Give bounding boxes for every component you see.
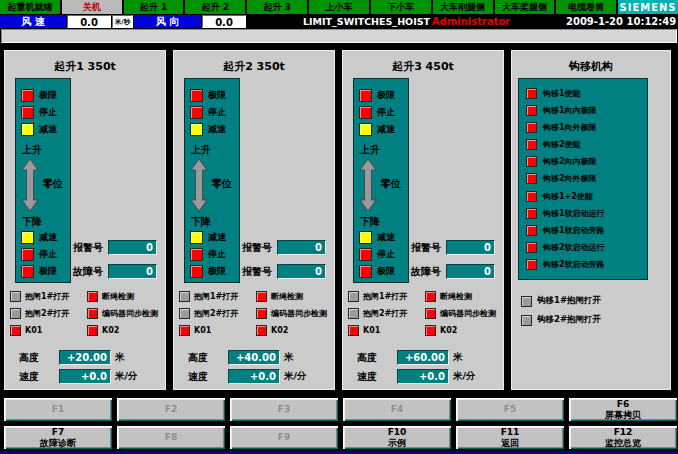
k02-led <box>256 325 267 336</box>
measurements: 高度+40.00米 速度+0.0米/分 <box>188 350 306 388</box>
hook-brake-status: 钩移1#抱闸打开 钩移2#抱闸打开 <box>521 295 601 333</box>
up-stop-led <box>359 106 372 119</box>
alarm-number-row: 报警号 0 <box>411 240 495 255</box>
hook2-softstart-run-led <box>526 242 537 253</box>
f10-example-button[interactable]: F10示例 <box>342 425 452 450</box>
down-label: 下降 <box>22 215 42 229</box>
f6-screen-copy-button[interactable]: F6屏幕拷贝 <box>568 397 678 422</box>
f3-button: F3 <box>229 397 339 422</box>
measurements: 高度+60.00米 速度+0.0米/分 <box>357 350 475 388</box>
menu-hoist-1[interactable]: 起升 1 <box>124 0 184 14</box>
wind-speed-label: 风 速 <box>0 15 66 28</box>
down-limit-led <box>21 265 34 278</box>
hmi-screen: 起重机就绪 关机 起升 1 起升 2 起升 3 上小车 下小车 大车刚腿侧 大车… <box>0 0 678 454</box>
rope-break-led <box>425 291 436 302</box>
down-stop-led <box>190 248 203 261</box>
hoist-panel-3: 起升3 450t 极限 停止 减速 上升 零位 下降 减速 停止 极限 报警号 … <box>342 50 504 390</box>
alarm-number-row: 报警号 0 <box>242 240 326 255</box>
menu-cable-reel[interactable]: 电缆卷筒 <box>556 0 616 14</box>
fault-number-value: 0 <box>277 264 326 279</box>
brake-status-grid: 抱闸1#打开 断绳检测 抱闸2#打开 编码器同步检测 K01 K02 <box>10 291 164 342</box>
up-label: 上升 <box>191 143 211 157</box>
hoist-panel-1: 起升1 350t 极限 停止 减速 上升 零位 下降 减速 停止 极限 报警号 … <box>4 50 166 390</box>
k01-led <box>10 325 21 336</box>
alarm-number-value: 0 <box>446 240 495 255</box>
f2-button: F2 <box>116 397 226 422</box>
down-slow-led <box>21 231 34 244</box>
menu-upper-trolley[interactable]: 上小车 <box>309 0 369 14</box>
alarm-number-value: 0 <box>277 240 326 255</box>
k02-led <box>425 325 436 336</box>
down-limit-led <box>359 265 372 278</box>
brake1-led <box>179 291 190 302</box>
up-down-arrow-icon <box>21 159 39 211</box>
fault-number-row: 报警号 0 <box>242 264 326 279</box>
up-stop-led <box>190 106 203 119</box>
menu-gantry-rigid-leg[interactable]: 大车刚腿侧 <box>433 0 493 14</box>
rope-break-led <box>87 291 98 302</box>
encoder-sync-led <box>87 308 98 319</box>
alarm-number-value: 0 <box>108 240 157 255</box>
fault-number-row: 故障号 0 <box>73 264 157 279</box>
rope-break-led <box>256 291 267 302</box>
down-stop-led <box>359 248 372 261</box>
speed-value: +0.0 <box>59 369 111 384</box>
up-slow-led <box>190 123 203 136</box>
menu-crane-ready[interactable]: 起重机就绪 <box>0 0 60 14</box>
panel-title: 起升3 450t <box>343 59 503 74</box>
k01-led <box>179 325 190 336</box>
up-slow-led <box>21 123 34 136</box>
hook1-softstart-bypass-led <box>526 225 537 236</box>
hook1-outer-limit-led <box>526 122 537 133</box>
logged-in-user: Administrator <box>432 15 510 28</box>
hook2-inner-limit-led <box>526 156 537 167</box>
menu-hoist-2[interactable]: 起升 2 <box>185 0 245 14</box>
up-limit-led <box>359 89 372 102</box>
f7-fault-diagnosis-button[interactable]: F7故障诊断 <box>3 425 113 450</box>
f5-button: F5 <box>455 397 565 422</box>
menu-hoist-3[interactable]: 起升 3 <box>247 0 307 14</box>
speed-value: +0.0 <box>397 369 449 384</box>
function-key-bar: F1 F2 F3 F4 F5 F6屏幕拷贝 F7故障诊断 F8 F9 F10示例… <box>0 395 678 454</box>
brake-status-grid: 抱闸1#打开 断绳检测 抱闸2#打开 编码器同步检测 K01 K02 <box>179 291 333 342</box>
up-label: 上升 <box>360 143 380 157</box>
up-label: 上升 <box>22 143 42 157</box>
height-value: +40.00 <box>228 350 280 365</box>
down-slow-led <box>359 231 372 244</box>
down-limit-led <box>190 265 203 278</box>
hook1-brake-led <box>521 296 532 307</box>
f1-button: F1 <box>3 397 113 422</box>
f11-back-button[interactable]: F11返回 <box>455 425 565 450</box>
up-down-arrow-icon <box>190 159 208 211</box>
down-label: 下降 <box>360 215 380 229</box>
alarm-number-row: 报警号 0 <box>73 240 157 255</box>
zero-position-label: 零位 <box>381 177 401 191</box>
encoder-sync-led <box>256 308 267 319</box>
brake-status-grid: 抱闸1#打开 断绳检测 抱闸2#打开 编码器同步检测 K01 K02 <box>348 291 502 342</box>
fault-number-value: 0 <box>108 264 157 279</box>
limit-switch-box: 极限 停止 减速 上升 零位 下降 减速 停止 极限 <box>184 78 240 283</box>
hook2-outer-limit-led <box>526 173 537 184</box>
menu-gantry-flex-leg[interactable]: 大车柔腿侧 <box>495 0 555 14</box>
hook1-softstart-run-led <box>526 208 537 219</box>
brake1-led <box>348 291 359 302</box>
main-area: 起升1 350t 极限 停止 减速 上升 零位 下降 减速 停止 极限 报警号 … <box>0 44 678 395</box>
brake2-led <box>348 308 359 319</box>
menu-lower-trolley[interactable]: 下小车 <box>371 0 431 14</box>
f9-button: F9 <box>229 425 339 450</box>
limit-switch-box: 极限 停止 减速 上升 零位 下降 减速 停止 极限 <box>15 78 71 283</box>
wind-direction-value: 0.0 <box>202 15 246 28</box>
height-value: +20.00 <box>59 350 111 365</box>
f12-overview-button[interactable]: F12监控总览 <box>568 425 678 450</box>
encoder-sync-led <box>425 308 436 319</box>
measurements: 高度+20.00米 速度+0.0米/分 <box>19 350 137 388</box>
down-stop-led <box>21 248 34 261</box>
hook-shift-panel: 钩移机构 钩移1使能 钩移1向内极限 钩移1向外极限 钩移2使能 钩移2向内极限… <box>511 50 671 390</box>
hook-shift-status-box: 钩移1使能 钩移1向内极限 钩移1向外极限 钩移2使能 钩移2向内极限 钩移2向… <box>518 78 648 280</box>
hook2-softstart-bypass-led <box>526 259 537 270</box>
wind-direction-label: 风 向 <box>134 15 201 28</box>
brake2-led <box>179 308 190 319</box>
status-bar: 风 速 0.0 米/秒 风 向 0.0 LIMIT_SWITCHES_HOIST… <box>0 15 678 28</box>
hook12-enable-led <box>526 191 537 202</box>
menu-shutdown[interactable]: 关机 <box>62 0 122 14</box>
